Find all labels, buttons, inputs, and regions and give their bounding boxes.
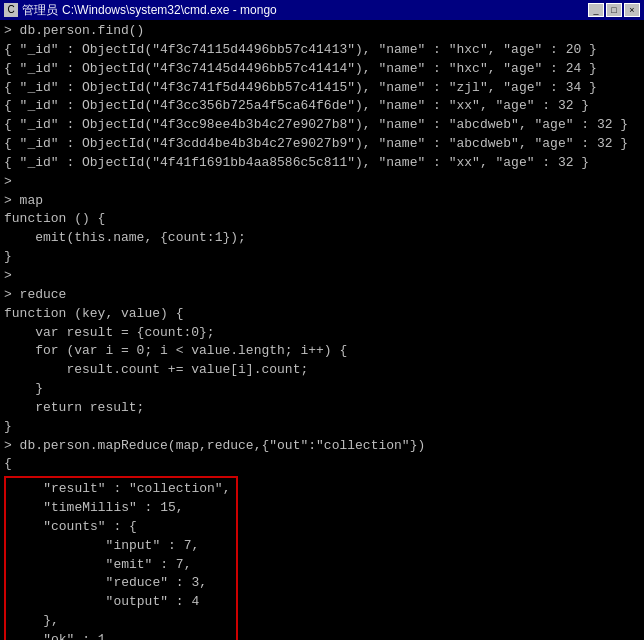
terminal-line: > db.person.find()	[4, 22, 640, 41]
titlebar-buttons: _ □ ×	[588, 3, 640, 17]
close-button[interactable]: ×	[624, 3, 640, 17]
titlebar-title: C:\Windows\system32\cmd.exe - mongo	[62, 3, 277, 17]
terminal-line: }	[4, 418, 640, 437]
titlebar-admin-label: 管理员	[22, 2, 58, 19]
result-box-line: "output" : 4	[12, 593, 230, 612]
terminal-line: function () {	[4, 210, 640, 229]
minimize-button[interactable]: _	[588, 3, 604, 17]
terminal-line: > db.person.mapReduce(map,reduce,{"out":…	[4, 437, 640, 456]
terminal-line: >	[4, 173, 640, 192]
titlebar-icon: C	[4, 3, 18, 17]
terminal-content: > db.person.find(){ "_id" : ObjectId("4f…	[4, 22, 640, 640]
result-box: "result" : "collection", "timeMillis" : …	[4, 476, 238, 640]
result-box-line: "result" : "collection",	[12, 480, 230, 499]
terminal-line: return result;	[4, 399, 640, 418]
terminal-window: > db.person.find(){ "_id" : ObjectId("4f…	[0, 20, 644, 640]
terminal-line: { "_id" : ObjectId("4f3c74145d4496bb57c4…	[4, 60, 640, 79]
terminal-line: emit(this.name, {count:1});	[4, 229, 640, 248]
result-box-line: "reduce" : 3,	[12, 574, 230, 593]
result-box-line: },	[12, 612, 230, 631]
terminal-line: }	[4, 380, 640, 399]
terminal-line: }	[4, 248, 640, 267]
terminal-line: function (key, value) {	[4, 305, 640, 324]
terminal-line: { "_id" : ObjectId("4f3cc356b725a4f5ca64…	[4, 97, 640, 116]
terminal-line: { "_id" : ObjectId("4f3c741f5d4496bb57c4…	[4, 79, 640, 98]
maximize-button[interactable]: □	[606, 3, 622, 17]
result-box-line: "counts" : {	[12, 518, 230, 537]
terminal-line: for (var i = 0; i < value.length; i++) {	[4, 342, 640, 361]
terminal-line: { "_id" : ObjectId("4f3cdd4be4b3b4c27e90…	[4, 135, 640, 154]
terminal-line: >	[4, 267, 640, 286]
result-box-line: "ok" : 1,	[12, 631, 230, 640]
terminal-line: > map	[4, 192, 640, 211]
titlebar: C 管理员 C:\Windows\system32\cmd.exe - mong…	[0, 0, 644, 20]
terminal-line: > reduce	[4, 286, 640, 305]
terminal-line: { "_id" : ObjectId("4f3cc98ee4b3b4c27e90…	[4, 116, 640, 135]
terminal-line: {	[4, 455, 640, 474]
titlebar-left: C 管理员 C:\Windows\system32\cmd.exe - mong…	[4, 2, 277, 19]
result-box-line: "timeMillis" : 15,	[12, 499, 230, 518]
terminal-line: { "_id" : ObjectId("4f41f1691bb4aa8586c5…	[4, 154, 640, 173]
terminal-line: var result = {count:0};	[4, 324, 640, 343]
result-box-line: "input" : 7,	[12, 537, 230, 556]
result-box-line: "emit" : 7,	[12, 556, 230, 575]
terminal-line: { "_id" : ObjectId("4f3c74115d4496bb57c4…	[4, 41, 640, 60]
terminal-line: result.count += value[i].count;	[4, 361, 640, 380]
